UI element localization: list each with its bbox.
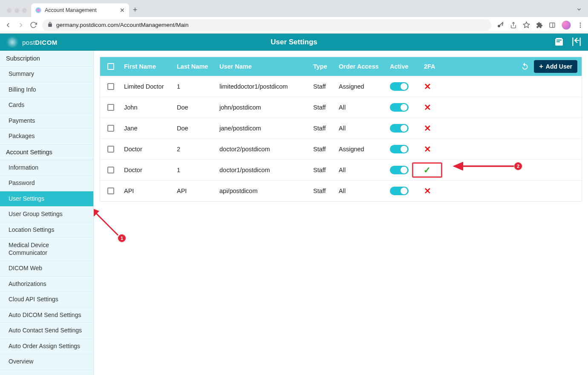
sidebar-section-title[interactable]: Account Settings [0, 144, 93, 160]
col-last-name[interactable]: Last Name [177, 63, 219, 70]
annotation-arrow-1 [94, 203, 124, 237]
row-checkbox[interactable] [107, 146, 114, 153]
close-tab-icon[interactable]: ✕ [120, 7, 125, 14]
row-checkbox[interactable] [107, 83, 114, 90]
browser-tab[interactable]: Account Management ✕ [31, 3, 129, 17]
users-table: First Name Last Name User Name Type Orde… [100, 57, 582, 202]
active-toggle[interactable] [390, 124, 409, 133]
new-tab-button[interactable]: + [129, 6, 141, 17]
reload-button[interactable] [30, 21, 37, 29]
active-toggle[interactable] [390, 145, 409, 153]
lock-icon [47, 22, 53, 29]
sidebar-item[interactable]: DICOM Web [0, 261, 93, 277]
cell-last-name: API [177, 188, 219, 194]
sidebar-item[interactable]: Payments [0, 113, 93, 129]
logo-mark-icon [6, 36, 19, 49]
col-type[interactable]: Type [313, 63, 339, 70]
share-icon[interactable] [510, 22, 517, 29]
sidebar-item[interactable]: Packages [0, 129, 93, 144]
side-panel-icon[interactable] [549, 22, 556, 29]
logo[interactable]: postDICOM [6, 36, 58, 49]
svg-point-6 [580, 24, 581, 26]
sidebar-item[interactable]: Password [0, 176, 93, 191]
profile-avatar[interactable] [562, 20, 571, 30]
cell-first-name: Jane [121, 125, 177, 132]
maximize-window-icon[interactable] [22, 8, 27, 13]
sidebar: SubscriptionSummaryBilling InfoCardsPaym… [0, 51, 94, 375]
cell-2fa: ✕ [424, 123, 458, 133]
menu-icon[interactable] [577, 22, 584, 29]
active-toggle[interactable] [390, 103, 409, 112]
cell-user-name: limiteddoctor1/postdicom [219, 83, 313, 90]
col-order-access[interactable]: Order Access [339, 63, 390, 70]
col-first-name[interactable]: First Name [121, 63, 177, 70]
cell-last-name: 1 [177, 167, 219, 173]
cell-type: Staff [313, 125, 339, 132]
sidebar-item[interactable]: Billing Info [0, 82, 93, 98]
logo-text: postDICOM [22, 39, 58, 46]
cell-user-name: john/postdicom [219, 104, 313, 111]
address-bar[interactable]: germany.postdicom.com/AccountManagement/… [42, 19, 491, 31]
col-2fa[interactable]: 2FA [424, 63, 458, 70]
cell-order-access: Assigned [339, 146, 390, 153]
sidebar-item[interactable]: Auto Order Assign Settings [0, 339, 93, 355]
sidebar-item[interactable]: Cloud API Settings [0, 292, 93, 308]
sidebar-item[interactable]: Auto Contact Send Settings [0, 323, 93, 339]
cell-2fa: ✕ [424, 81, 458, 92]
sidebar-item[interactable]: Overview [0, 354, 93, 370]
cell-first-name: Limited Doctor [121, 83, 177, 90]
storage-icon[interactable] [554, 37, 564, 48]
sidebar-section-title[interactable]: Subscription [0, 51, 93, 66]
table-row[interactable]: JohnDoejohn/postdicomStaffAll✕ [100, 97, 582, 118]
sidebar-item[interactable]: User Group Settings [0, 207, 93, 222]
active-toggle[interactable] [390, 187, 409, 195]
forward-button [17, 21, 25, 29]
active-toggle[interactable] [390, 82, 409, 91]
close-window-icon[interactable] [7, 8, 12, 13]
select-all-checkbox[interactable] [107, 63, 114, 70]
col-active[interactable]: Active [390, 63, 424, 70]
sidebar-item[interactable]: Summary [0, 66, 93, 82]
table-row[interactable]: JaneDoejane/postdicomStaffAll✕ [100, 118, 582, 138]
favicon-icon [35, 7, 41, 13]
sidebar-item[interactable]: Location Settings [0, 222, 93, 238]
sidebar-item[interactable]: Auto DICOM Send Settings [0, 308, 93, 323]
two-fa-highlight: ✓ [412, 162, 442, 178]
tabs-dropdown-icon[interactable] [576, 6, 582, 17]
cell-last-name: 1 [177, 83, 219, 90]
cell-user-name: doctor1/postdicom [219, 167, 313, 173]
cell-order-access: All [339, 125, 390, 132]
cell-first-name: API [121, 188, 177, 194]
plus-icon: + [539, 63, 543, 70]
app-header: postDICOM User Settings [0, 34, 588, 51]
cell-first-name: Doctor [121, 146, 177, 153]
sidebar-item[interactable]: Authorizations [0, 277, 93, 292]
active-toggle[interactable] [390, 166, 409, 174]
exit-icon[interactable] [571, 36, 582, 49]
sidebar-item[interactable]: Cards [0, 98, 93, 113]
extensions-icon[interactable] [536, 22, 543, 29]
add-user-button[interactable]: + Add User [534, 60, 577, 73]
minimize-window-icon[interactable] [14, 8, 19, 13]
row-checkbox[interactable] [107, 104, 114, 111]
cell-2fa: ✕ [424, 144, 458, 154]
row-checkbox[interactable] [107, 125, 114, 132]
row-checkbox[interactable] [107, 188, 114, 194]
table-row[interactable]: APIAPIapi/postdicomStaffAll✕ [100, 180, 582, 201]
back-button[interactable] [4, 21, 12, 29]
table-row[interactable]: Doctor2doctor2/postdicomStaffAssigned✕ [100, 138, 582, 159]
col-user-name[interactable]: User Name [219, 63, 313, 70]
sidebar-item[interactable]: User Settings [0, 191, 93, 207]
sidebar-item[interactable]: Medical Device Communicator [0, 238, 93, 261]
table-row[interactable]: Doctor1doctor1/postdicomStaffAll✓ [100, 159, 582, 180]
row-checkbox[interactable] [107, 167, 114, 173]
browser-tabbar: Account Management ✕ + [0, 0, 588, 17]
bookmark-star-icon[interactable] [523, 21, 530, 29]
table-row[interactable]: Limited Doctor1limiteddoctor1/postdicomS… [100, 76, 582, 97]
key-icon[interactable] [496, 21, 504, 29]
refresh-button[interactable] [520, 62, 530, 71]
cell-last-name: Doe [177, 125, 219, 132]
cell-first-name: John [121, 104, 177, 111]
sidebar-item[interactable]: Information [0, 160, 93, 176]
svg-point-7 [580, 26, 581, 28]
